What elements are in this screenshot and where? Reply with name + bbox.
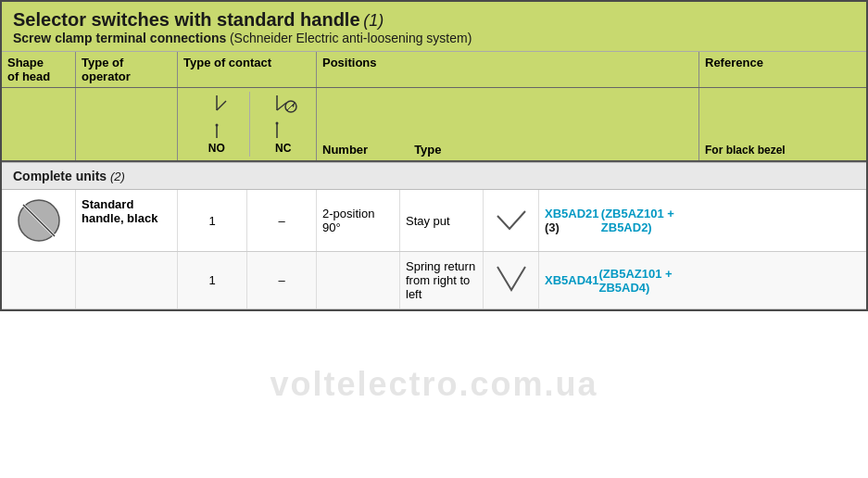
ref-main-2: XB5AD41	[545, 273, 599, 287]
cell-nc-1: –	[247, 190, 317, 251]
sh-operator	[76, 88, 178, 160]
contact-nc-col: NC	[249, 92, 316, 157]
reference-sub-label: For black bezel	[705, 144, 786, 157]
table-row: Standard handle, black 1 – 2-position 90…	[2, 190, 866, 252]
ref-main-1: XB5AD21 (3)	[545, 207, 601, 234]
table-row: 1 – Spring return from right to left	[2, 252, 866, 309]
subtitle-note: (Schneider Electric anti-loosening syste…	[230, 31, 472, 45]
cell-postype-1: Stay put	[400, 190, 484, 251]
cell-reference-2: XB5AD41 (ZB5AZ101 + ZB5AD4)	[539, 252, 706, 308]
section-header-complete: Complete units (2)	[2, 162, 866, 190]
section-complete-note: (2)	[110, 170, 125, 183]
nc-symbol	[260, 94, 307, 140]
cell-posnum-1: 2-position 90°	[317, 190, 400, 251]
sh-shape	[2, 88, 76, 160]
col-head-operator: Type ofoperator	[76, 52, 178, 87]
cell-no-1: 1	[178, 190, 247, 251]
cell-operator-2	[76, 252, 178, 308]
cell-possym-2	[484, 252, 539, 308]
subtitle-text: Screw clamp terminal connections	[13, 31, 226, 45]
no-symbol	[198, 94, 235, 140]
sub-header-row: NO NC	[2, 88, 866, 162]
cell-possym-1	[484, 190, 539, 251]
cell-operator-1: Standard handle, black	[76, 190, 178, 251]
spring-return-symbol	[493, 262, 530, 299]
watermark: voltelectro.com.ua	[270, 365, 598, 404]
ref-sub-2: (ZB5AZ101 + ZB5AD4)	[599, 267, 700, 295]
rows-container: Standard handle, black 1 – 2-position 90…	[2, 190, 866, 309]
col-head-positions: Positions	[317, 52, 699, 87]
title-note: (1)	[363, 11, 384, 30]
header-section: Selector switches with standard handle (…	[2, 2, 866, 52]
title-text: Selector switches with standard handle	[13, 9, 360, 30]
cell-nc-2: –	[247, 252, 317, 308]
ref-sub-1: (ZB5AZ101 + ZB5AD2)	[601, 207, 700, 234]
col-head-contact: Type of contact	[178, 52, 317, 87]
selector-head-icon	[16, 197, 62, 244]
cell-postype-2: Spring return from right to left	[400, 252, 484, 308]
svg-line-1	[217, 101, 226, 110]
cell-shape-2	[2, 252, 76, 308]
cell-reference-1: XB5AD21 (3) (ZB5AZ101 + ZB5AD2)	[539, 190, 706, 251]
pos-number-label: Number	[322, 143, 368, 157]
stay-put-symbol	[493, 207, 530, 234]
sh-reference-sub: For black bezel	[699, 88, 866, 160]
column-header-row: Shapeof head Type ofoperator Type of con…	[2, 52, 866, 88]
svg-point-3	[215, 124, 218, 127]
no-label: NO	[208, 142, 225, 155]
pos-type-label: Type	[414, 143, 441, 157]
contact-no-col: NO	[183, 92, 249, 157]
nc-label: NC	[275, 142, 291, 155]
col-head-shape: Shapeof head	[2, 52, 76, 87]
svg-point-7	[275, 122, 278, 125]
cell-posnum-2	[317, 252, 400, 308]
section-complete-text: Complete units	[13, 169, 107, 183]
header-title: Selector switches with standard handle (…	[13, 9, 855, 31]
sh-contact: NO NC	[178, 88, 317, 160]
main-container: Selector switches with standard handle (…	[0, 0, 868, 311]
cell-shape-1	[2, 190, 76, 251]
col-head-reference: Reference	[699, 52, 866, 87]
cell-no-2: 1	[178, 252, 247, 308]
sh-positions: Number Type	[317, 88, 699, 160]
header-subtitle-line: Screw clamp terminal connections (Schnei…	[13, 31, 855, 45]
